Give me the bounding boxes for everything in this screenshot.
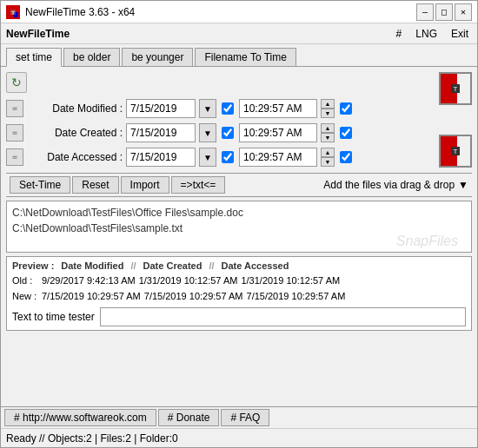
app-icon: T [6,5,20,19]
date-modified-time-checkbox-cell [338,101,354,116]
main-window: T NewFileTime 3.63 - x64 — □ ✕ NewFileTi… [0,0,478,448]
preview-header: Preview : Date Modified // Date Created … [12,260,466,271]
bottom-links: # http://www.softwareok.com # Donate # F… [1,406,477,428]
tab-set-time[interactable]: set time [6,48,62,67]
preview-old-row: Old : 9/29/2017 9:42:13 AM 1/31/2019 10:… [12,273,466,288]
donate-link[interactable]: # Donate [158,409,220,426]
date-created-time-checkbox[interactable] [340,127,352,139]
date-modified-calendar-button[interactable]: ▼ [199,99,216,118]
faq-link[interactable]: # FAQ [221,409,269,426]
date-created-date-input[interactable] [126,123,196,142]
app-name-label: NewFileTime [6,28,393,40]
new-col1: 7/15/2019 10:29:57 AM [42,288,141,304]
date-modified-row: ＝ Date Modified : ▼ ▲ ▼ [6,96,430,121]
window-controls: — □ ✕ [416,3,472,21]
date-created-date-checkbox[interactable] [222,127,234,139]
date-created-time-spinner: ▲ ▼ [321,123,335,142]
date-created-label: Date Created : [27,127,123,139]
date-created-time-checkbox-cell [338,125,354,141]
text-tester-row: Text to time tester [12,307,466,326]
preview-section: Preview : Date Modified // Date Created … [6,256,472,331]
tab-filename-to-time[interactable]: Filename To Time [195,48,295,66]
preview-label: Preview : [12,260,54,271]
date-accessed-date-checkbox[interactable] [222,151,234,163]
file-list-container: C:\NetDownload\TestFiles\Office Files\sa… [6,201,472,253]
flag-icons: T T [439,72,472,168]
date-modified-time-checkbox[interactable] [340,102,352,115]
bottom-flag-icon: T [439,135,472,168]
tab-be-older[interactable]: be older [63,48,120,66]
preview-sep1: // [130,260,136,271]
preview-col1: Date Modified [61,260,123,271]
date-accessed-date-input[interactable] [126,148,196,167]
date-modified-date-input[interactable] [126,99,196,118]
flag-center-top: T [451,84,460,93]
watermark: SnapFiles [396,234,458,249]
preview-new-row: New : 7/15/2019 10:29:57 AM 7/15/2019 10… [12,288,466,304]
date-accessed-time-input[interactable] [239,148,317,167]
date-accessed-calendar-button[interactable]: ▼ [199,148,216,167]
flag-center-bottom: T [451,147,460,155]
date-created-calendar-button[interactable]: ▼ [199,123,216,142]
close-button[interactable]: ✕ [455,3,472,21]
svg-text:T: T [11,10,15,16]
website-link[interactable]: # http://www.softwareok.com [4,409,156,426]
date-modified-toggle[interactable]: ＝ [6,100,23,117]
date-created-date-checkbox-cell [220,125,236,141]
date-modified-time-spinner: ▲ ▼ [321,99,335,118]
date-accessed-time-checkbox-cell [338,149,354,165]
status-text: Ready // Objects:2 | Files:2 | Folder:0 [6,432,178,445]
tab-be-younger[interactable]: be younger [122,48,193,66]
menu-hash[interactable]: # [393,27,406,41]
date-accessed-toggle[interactable]: ＝ [6,148,23,166]
old-label: Old : [12,273,38,288]
date-accessed-time-up[interactable]: ▲ [321,148,335,157]
date-section: ↻ ＝ Date Modified : ▼ ▲ ▼ [6,72,472,169]
reset-button[interactable]: Reset [72,176,118,194]
date-created-time-down[interactable]: ▼ [321,133,335,142]
preview-col3: Date Accessed [222,260,289,271]
status-bar: Ready // Objects:2 | Files:2 | Folder:0 [1,428,477,447]
action-bar: Set-Time Reset Import =>txt<= Add the fi… [6,173,472,197]
refresh-button[interactable]: ↻ [6,72,27,93]
menu-bar: NewFileTime # LNG Exit [1,23,477,44]
date-created-time-up[interactable]: ▲ [321,123,335,133]
date-modified-date-checkbox-cell [220,101,236,116]
drag-drop-label: Add the files via drag & drop ▼ [323,179,468,191]
refresh-row: ↻ [6,72,430,93]
import-button[interactable]: Import [121,176,169,194]
title-bar: T NewFileTime 3.63 - x64 — □ ✕ [1,1,477,23]
preview-col2: Date Created [143,260,202,271]
old-col2: 1/31/2019 10:12:57 AM [139,273,238,288]
date-accessed-label: Date Accessed : [27,151,123,163]
date-created-time-input[interactable] [239,123,317,142]
tabs-bar: set time be older be younger Filename To… [1,44,477,67]
menu-exit[interactable]: Exit [448,27,472,41]
window-title: NewFileTime 3.63 - x64 [25,6,416,18]
minimize-button[interactable]: — [416,3,434,21]
txt-button[interactable]: =>txt<= [171,176,226,194]
date-modified-time-up[interactable]: ▲ [321,99,335,109]
date-accessed-time-down[interactable]: ▼ [321,157,335,167]
old-col3: 1/31/2019 10:12:57 AM [241,273,340,288]
maximize-button[interactable]: □ [435,3,453,21]
date-accessed-time-spinner: ▲ ▼ [321,148,335,167]
menu-lng[interactable]: LNG [412,27,441,41]
set-time-button[interactable]: Set-Time [10,176,70,194]
file-item-0: C:\NetDownload\TestFiles\Office Files\sa… [12,205,466,221]
menu-items: # LNG Exit [393,27,472,41]
date-modified-time-input[interactable] [239,99,317,118]
date-created-toggle[interactable]: ＝ [6,124,23,142]
date-created-row: ＝ Date Created : ▼ ▲ ▼ [6,121,430,145]
date-modified-label: Date Modified : [27,102,123,115]
date-modified-time-down[interactable]: ▼ [321,109,335,118]
date-accessed-date-checkbox-cell [220,149,236,165]
date-modified-date-checkbox[interactable] [222,102,234,115]
content-area: ↻ ＝ Date Modified : ▼ ▲ ▼ [1,67,477,406]
text-tester-label: Text to time tester [12,311,95,323]
date-accessed-row: ＝ Date Accessed : ▼ ▲ ▼ [6,145,430,169]
date-accessed-time-checkbox[interactable] [340,151,352,163]
new-label: New : [12,288,38,304]
text-tester-input[interactable] [100,307,466,326]
new-col3: 7/15/2019 10:29:57 AM [247,288,346,304]
